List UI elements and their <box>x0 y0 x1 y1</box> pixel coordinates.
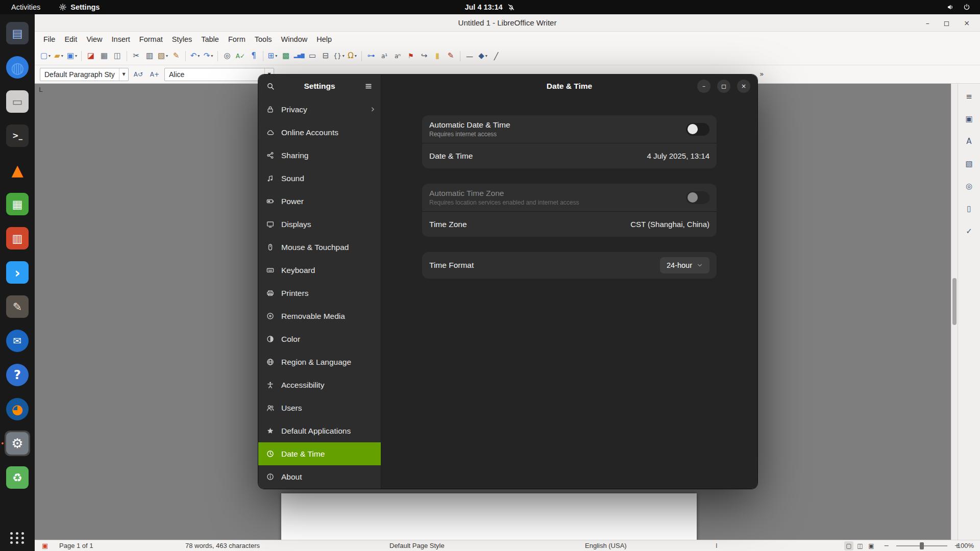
sidebar-item-keyboard[interactable]: Keyboard <box>258 259 381 282</box>
toolbar-insert-text-box[interactable]: ▭ <box>306 49 319 63</box>
focused-app-menu[interactable]: Settings <box>59 3 100 11</box>
toolbar-track-changes[interactable]: ✎ <box>444 49 457 63</box>
datetime-row[interactable]: Date & Time 4 July 2025, 13:14 <box>422 143 717 168</box>
toolbar-insert-endnote[interactable]: aⁿ <box>391 49 404 63</box>
toolbar-copy[interactable]: ▥ <box>143 49 156 63</box>
sidebar-item-users[interactable]: Users <box>258 396 381 419</box>
toolbar-page-break[interactable]: ⊟ <box>319 49 332 63</box>
toolbar-insert-hyperlink[interactable]: ⊶ <box>364 49 378 63</box>
menu-item[interactable]: Format <box>135 33 167 45</box>
sidebar-tab-properties[interactable]: ▣ <box>963 112 976 126</box>
close-button[interactable]: × <box>737 80 750 93</box>
sidebar-tab-navigator[interactable]: ◎ <box>963 180 976 193</box>
toolbar-redo[interactable]: ↷ ▾ <box>202 49 215 63</box>
writer-titlebar[interactable]: Untitled 1 - LibreOffice Writer – ◻ × <box>35 14 980 32</box>
zoom-slider[interactable] <box>896 545 947 546</box>
sidebar-item-displays[interactable]: Displays <box>258 213 381 236</box>
new-style-button[interactable]: A+ <box>148 68 161 81</box>
page-count-status[interactable]: Page 1 of 1 <box>59 540 93 551</box>
word-count-status[interactable]: 78 words, 463 characters <box>185 540 260 551</box>
sidebar-item-power[interactable]: Power <box>258 190 381 213</box>
dock-item-thunderbird[interactable]: ✉ <box>5 328 30 354</box>
toolbar-clone-formatting[interactable]: ✎ <box>169 49 183 63</box>
toolbar-paste[interactable]: ▧ ▾ <box>156 49 169 63</box>
sidebar-item-mouse-touchpad[interactable]: Mouse & Touchpad <box>258 236 381 259</box>
sidebar-item-about[interactable]: About <box>258 465 381 488</box>
toolbar-overflow-button[interactable]: » <box>760 70 764 78</box>
toolbar-draw-curve[interactable]: ╱ <box>489 49 503 63</box>
toolbar-insert-table[interactable]: ⊞ ▾ <box>266 49 279 63</box>
sidebar-item-privacy[interactable]: Privacy › <box>258 98 381 121</box>
toolbar-insert-image[interactable]: ▩ <box>279 49 292 63</box>
time-format-dropdown[interactable]: 24-hour <box>660 257 709 273</box>
multi-page-view-icon[interactable]: ◫ <box>855 541 865 550</box>
toolbar-find-replace[interactable]: ◎ <box>220 49 234 63</box>
sidebar-item-sharing[interactable]: Sharing <box>258 144 381 167</box>
font-name-combo[interactable]: Alice ▼ <box>164 68 274 81</box>
toolbar-insert-chart[interactable]: ▂▅▇ <box>292 49 306 63</box>
dock-item-vscode[interactable]: › <box>5 260 30 285</box>
sidebar-tab-gallery[interactable]: ▧ <box>963 157 976 170</box>
sidebar-tab-sidebar-menu[interactable]: ≡ <box>963 90 976 103</box>
menu-item[interactable]: Help <box>312 33 336 45</box>
close-button[interactable]: × <box>964 19 970 27</box>
primary-menu-button[interactable] <box>360 78 377 94</box>
sidebar-item-date-time[interactable]: Date & Time <box>258 442 381 465</box>
dock-item-libreoffice-impress[interactable]: ▥ <box>5 226 30 251</box>
maximize-button[interactable]: ◻ <box>944 19 950 27</box>
page-style-status[interactable]: Default Page Style <box>389 540 445 551</box>
single-page-view-icon[interactable]: ▢ <box>844 541 853 550</box>
toolbar-insert-line[interactable]: — <box>463 49 476 63</box>
sidebar-tab-style-inspector[interactable]: ✓ <box>963 224 976 238</box>
dock-item-gimp[interactable]: ✎ <box>5 294 30 319</box>
book-view-icon[interactable]: ▣ <box>867 541 876 550</box>
timezone-row[interactable]: Time Zone CST (Shanghai, China) <box>422 211 717 237</box>
sidebar-item-sound[interactable]: Sound <box>258 167 381 190</box>
toolbar-special-character[interactable]: Ω ▾ <box>346 49 359 63</box>
toolbar-new-document[interactable]: ▢ ▾ <box>39 49 52 63</box>
dock-item-settings[interactable]: ⚙ <box>5 431 30 456</box>
menu-item[interactable]: Window <box>277 33 312 45</box>
menu-item[interactable]: Table <box>197 33 224 45</box>
toolbar-print-preview[interactable]: ◫ <box>111 49 124 63</box>
toolbar-insert-comment[interactable]: ▮ <box>431 49 444 63</box>
menu-item[interactable]: Tools <box>250 33 277 45</box>
language-status[interactable]: English (USA) <box>585 540 627 551</box>
document-page[interactable] <box>281 493 697 540</box>
toolbar-formatting-marks[interactable]: ¶ <box>247 49 260 63</box>
toolbar-basic-shapes[interactable]: ◆ ▾ <box>476 49 489 63</box>
sidebar-item-removable-media[interactable]: Removable Media <box>258 305 381 328</box>
toolbar-insert-footnote[interactable]: a¹ <box>378 49 391 63</box>
dock-item-libreoffice-calc[interactable]: ▦ <box>5 191 30 217</box>
automatic-timezone-toggle[interactable] <box>686 191 709 204</box>
dock-item-vlc[interactable]: ▲ <box>5 157 30 183</box>
update-style-button[interactable]: A↺ <box>132 68 145 81</box>
sidebar-item-color[interactable]: Color <box>258 328 381 350</box>
scrollbar-thumb[interactable] <box>952 278 957 325</box>
show-applications-button[interactable] <box>10 532 25 544</box>
sidebar-item-accessibility[interactable]: Accessibility <box>258 373 381 396</box>
maximize-button[interactable]: ◻ <box>717 80 730 93</box>
clock-menu[interactable]: Jul 4 13:14 <box>464 3 515 11</box>
sidebar-item-online-accounts[interactable]: Online Accounts <box>258 121 381 144</box>
paragraph-style-combo[interactable]: Default Paragraph Sty ▼ <box>40 68 129 81</box>
sidebar-tab-styles[interactable]: A <box>963 135 976 148</box>
sidebar-item-printers[interactable]: Printers <box>258 282 381 305</box>
activities-button[interactable]: Activities <box>6 2 45 12</box>
toolbar-undo[interactable]: ↶ ▾ <box>188 49 202 63</box>
menu-item[interactable]: Edit <box>60 33 82 45</box>
search-button[interactable] <box>262 78 279 94</box>
toolbar-open[interactable]: ▰ ▾ <box>52 49 65 63</box>
settings-headerbar[interactable]: Date & Time – ◻ × <box>381 74 757 98</box>
toolbar-save[interactable]: ▣ ▾ <box>65 49 79 63</box>
menu-item[interactable]: Insert <box>107 33 135 45</box>
toolbar-print[interactable]: ▦ <box>97 49 111 63</box>
vertical-scrollbar[interactable] <box>951 84 958 540</box>
sidebar-item-region-language[interactable]: Region & Language <box>258 350 381 373</box>
zoom-slider-thumb[interactable] <box>920 542 924 549</box>
menu-item[interactable]: Form <box>224 33 250 45</box>
dock-item-software[interactable]: ♻ <box>5 465 30 490</box>
dock-item-files[interactable]: ▤ <box>5 20 30 46</box>
sidebar-tab-page[interactable]: ▯ <box>963 202 976 215</box>
minimize-button[interactable]: – <box>697 80 710 93</box>
